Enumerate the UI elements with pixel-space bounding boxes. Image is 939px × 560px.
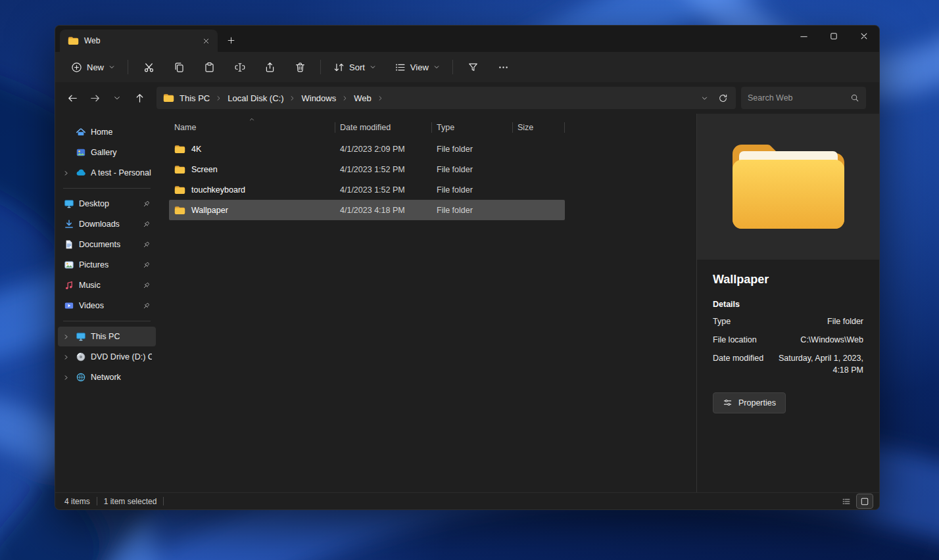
file-row-touchkeyboard[interactable]: touchkeyboard 4/1/2023 1:52 PM File fold… bbox=[169, 179, 565, 200]
new-button[interactable]: New bbox=[64, 55, 122, 79]
detail-field-type: Type File folder bbox=[713, 315, 863, 327]
maximize-button[interactable] bbox=[819, 26, 849, 47]
chevron-down-icon bbox=[108, 64, 115, 70]
thumbnail-view-button[interactable] bbox=[857, 494, 873, 508]
chevron-right-icon[interactable] bbox=[60, 374, 71, 381]
file-list: Name Date modified Type Size 4K 4/1/2023… bbox=[158, 114, 696, 492]
sidebar-item-music[interactable]: Music bbox=[58, 275, 156, 295]
delete-button[interactable] bbox=[285, 55, 314, 79]
sidebar-item-documents[interactable]: Documents bbox=[58, 235, 156, 254]
detail-value: C:\Windows\Web bbox=[768, 334, 863, 346]
file-name: Wallpaper bbox=[191, 206, 228, 215]
sidebar-item-gallery[interactable]: Gallery bbox=[58, 143, 156, 162]
breadcrumb-chevron-icon[interactable] bbox=[289, 95, 295, 101]
status-separator bbox=[97, 497, 97, 505]
rename-button[interactable] bbox=[225, 55, 254, 79]
documents-icon bbox=[63, 239, 75, 250]
file-type: File folder bbox=[431, 165, 512, 174]
detail-value: File folder bbox=[768, 315, 863, 327]
detail-value: Saturday, April 1, 2023, 4:18 PM bbox=[768, 352, 863, 376]
address-dropdown-button[interactable] bbox=[695, 89, 713, 107]
file-row-4k[interactable]: 4K 4/1/2023 2:09 PM File folder bbox=[169, 139, 565, 159]
breadcrumb[interactable]: This PC Local Disk (C:) Windows Web bbox=[156, 87, 736, 109]
pictures-icon bbox=[63, 260, 75, 270]
forward-icon bbox=[89, 93, 101, 104]
file-name: 4K bbox=[191, 145, 201, 154]
folder-icon bbox=[174, 185, 185, 195]
back-button[interactable] bbox=[62, 87, 83, 108]
minimize-button[interactable] bbox=[788, 26, 819, 47]
up-button[interactable] bbox=[129, 87, 150, 108]
pin-icon bbox=[142, 220, 152, 229]
share-button[interactable] bbox=[255, 55, 284, 79]
column-header-date-modified[interactable]: Date modified bbox=[335, 116, 431, 139]
sidebar-item-home[interactable]: Home bbox=[58, 122, 156, 142]
sort-button[interactable]: Sort bbox=[327, 55, 383, 79]
breadcrumb-item-local-disk[interactable]: Local Disk (C:) bbox=[223, 89, 288, 106]
rename-icon bbox=[234, 62, 245, 73]
detail-label: Date modified bbox=[713, 352, 768, 376]
music-icon bbox=[63, 280, 75, 291]
refresh-button[interactable] bbox=[713, 89, 732, 107]
gallery-icon bbox=[75, 147, 87, 158]
chevron-right-icon[interactable] bbox=[60, 354, 71, 361]
chevron-down-icon bbox=[370, 64, 376, 70]
sidebar-item-this-pc[interactable]: This PC bbox=[58, 327, 156, 346]
close-button[interactable] bbox=[849, 26, 879, 47]
column-header-type[interactable]: Type bbox=[431, 116, 512, 139]
breadcrumb-item-this-pc[interactable]: This PC bbox=[175, 89, 214, 106]
toolbar-separator bbox=[320, 60, 321, 74]
column-header-name[interactable]: Name bbox=[169, 116, 335, 139]
view-button[interactable]: View bbox=[388, 55, 446, 79]
search-input[interactable] bbox=[748, 93, 850, 103]
recent-locations-button[interactable] bbox=[107, 87, 128, 108]
sidebar-item-downloads[interactable]: Downloads bbox=[58, 214, 156, 234]
sidebar-item-desktop[interactable]: Desktop bbox=[58, 194, 156, 214]
details-heading: Details bbox=[713, 300, 863, 309]
breadcrumb-chevron-icon[interactable] bbox=[342, 95, 348, 101]
details-title: Wallpaper bbox=[713, 273, 863, 287]
folder-icon bbox=[163, 93, 174, 103]
breadcrumb-item-windows[interactable]: Windows bbox=[297, 89, 341, 106]
toolbar-separator bbox=[128, 60, 128, 74]
sidebar-item-label: Pictures bbox=[79, 260, 108, 269]
large-folder-icon bbox=[726, 137, 851, 237]
pin-icon bbox=[142, 302, 152, 310]
up-icon bbox=[134, 93, 145, 104]
forward-button[interactable] bbox=[84, 87, 105, 108]
address-bar: This PC Local Disk (C:) Windows Web bbox=[55, 82, 879, 114]
new-tab-button[interactable] bbox=[222, 31, 240, 49]
chevron-right-icon[interactable] bbox=[60, 333, 71, 340]
details-view-button[interactable] bbox=[838, 494, 854, 508]
file-name: touchkeyboard bbox=[191, 185, 245, 195]
sort-icon bbox=[333, 62, 345, 73]
back-icon bbox=[67, 93, 78, 104]
sidebar-item-pictures[interactable]: Pictures bbox=[58, 255, 156, 275]
detail-field-date-modified: Date modified Saturday, April 1, 2023, 4… bbox=[713, 352, 863, 376]
tab-web[interactable]: Web bbox=[60, 30, 218, 52]
see-more-button[interactable] bbox=[489, 55, 518, 79]
breadcrumb-chevron-icon[interactable] bbox=[216, 95, 222, 101]
tab-close-icon[interactable] bbox=[198, 33, 214, 49]
sidebar-item-network[interactable]: Network bbox=[58, 367, 156, 387]
search-icon[interactable] bbox=[850, 93, 859, 103]
file-date-modified: 4/1/2023 4:18 PM bbox=[335, 206, 431, 215]
paste-button[interactable] bbox=[195, 55, 224, 79]
breadcrumb-item-web[interactable]: Web bbox=[349, 89, 376, 106]
sidebar-item-onedrive[interactable]: A test - Personal bbox=[58, 163, 156, 183]
cut-button[interactable] bbox=[134, 55, 163, 79]
column-header-size[interactable]: Size bbox=[512, 116, 565, 139]
file-row-screen[interactable]: Screen 4/1/2023 1:52 PM File folder bbox=[169, 159, 565, 179]
sidebar-item-videos[interactable]: Videos bbox=[58, 296, 156, 315]
sidebar-item-dvd-drive[interactable]: DVD Drive (D:) CCC bbox=[58, 347, 156, 367]
file-row-wallpaper-selected[interactable]: Wallpaper 4/1/2023 4:18 PM File folder bbox=[169, 200, 565, 220]
search-box bbox=[741, 87, 866, 109]
breadcrumb-chevron-icon[interactable] bbox=[377, 95, 383, 101]
copy-button[interactable] bbox=[164, 55, 193, 79]
properties-button[interactable]: Properties bbox=[713, 392, 786, 413]
pin-icon bbox=[142, 200, 152, 208]
chevron-right-icon[interactable] bbox=[60, 170, 71, 177]
filter-button[interactable] bbox=[459, 55, 488, 79]
copy-icon bbox=[174, 62, 185, 73]
command-bar: New Sort View bbox=[55, 52, 879, 82]
